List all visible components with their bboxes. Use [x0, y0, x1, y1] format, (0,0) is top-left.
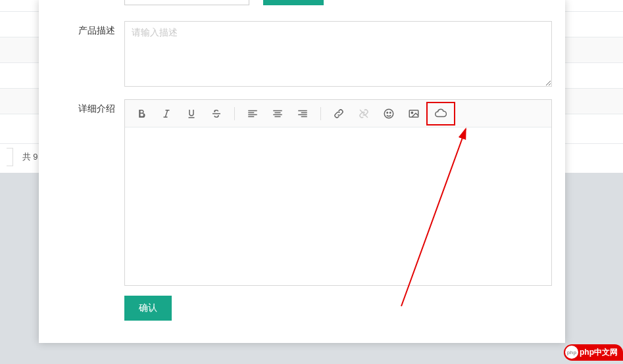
- image-icon[interactable]: [401, 101, 426, 126]
- toolbar-separator: [234, 107, 235, 120]
- page-button[interactable]: [7, 148, 13, 166]
- align-center-icon[interactable]: [265, 101, 290, 126]
- align-right-icon[interactable]: [290, 101, 315, 126]
- cloud-upload-icon[interactable]: [426, 102, 455, 125]
- svg-point-0: [384, 109, 393, 118]
- detail-label: 详细介绍: [39, 99, 124, 115]
- form-row-detail: 详细介绍: [39, 94, 565, 326]
- rich-text-editor: [124, 99, 552, 286]
- align-left-icon[interactable]: [240, 101, 265, 126]
- watermark-badge: php中文网: [564, 344, 623, 361]
- watermark-text: php中文网: [580, 347, 618, 358]
- emoji-icon[interactable]: [376, 101, 401, 126]
- form-row-description: 产品描述: [39, 16, 565, 94]
- bold-icon[interactable]: [129, 101, 154, 126]
- upload-path-input[interactable]: [124, 0, 249, 5]
- modal-dialog: 产品描述 详细介绍: [39, 0, 565, 343]
- editor-toolbar: [125, 100, 551, 127]
- svg-point-1: [387, 112, 388, 113]
- form-row-upload: [39, 0, 565, 16]
- svg-point-4: [411, 112, 412, 113]
- link-icon[interactable]: [326, 101, 351, 126]
- upload-label: [39, 0, 124, 4]
- unlink-icon[interactable]: [351, 101, 376, 126]
- italic-icon[interactable]: [154, 101, 179, 126]
- svg-point-2: [390, 112, 391, 113]
- description-label: 产品描述: [39, 21, 124, 37]
- confirm-button[interactable]: 确认: [124, 296, 172, 321]
- editor-content-area[interactable]: [125, 127, 551, 285]
- underline-icon[interactable]: [179, 101, 204, 126]
- strike-icon[interactable]: [204, 101, 229, 126]
- toolbar-separator: [320, 107, 321, 120]
- upload-button[interactable]: [263, 0, 324, 5]
- description-textarea[interactable]: [124, 21, 552, 87]
